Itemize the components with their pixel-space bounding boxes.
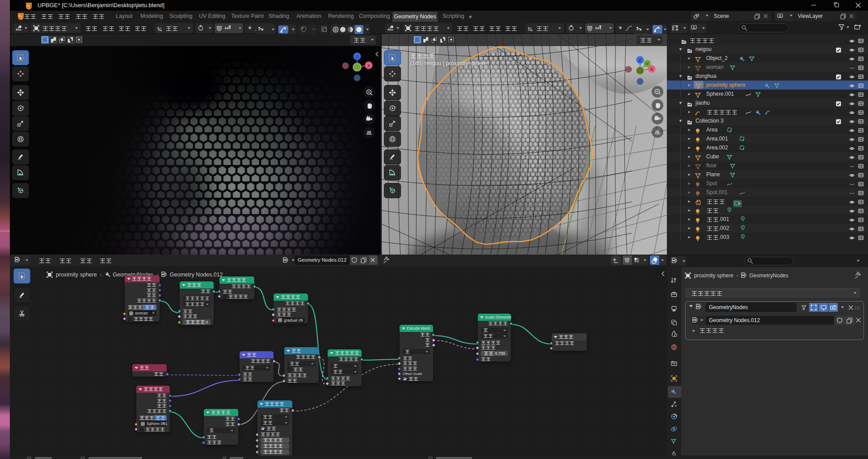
svg-text:X: X [367,64,370,68]
svg-text:X: X [650,67,653,72]
svg-text:Z: Z [356,55,358,59]
svg-text:Z: Z [639,58,641,63]
svg-text:Y: Y [646,62,649,66]
